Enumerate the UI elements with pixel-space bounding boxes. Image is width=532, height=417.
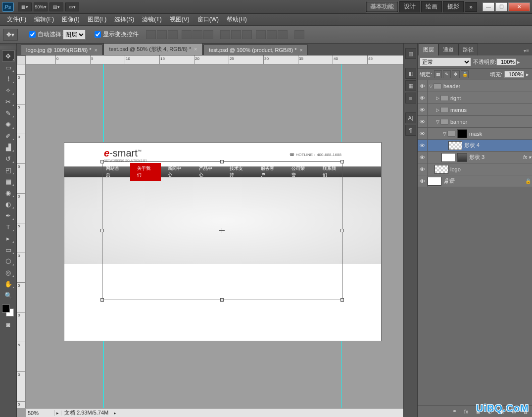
expand-arrow-icon[interactable]: ▷ — [435, 96, 440, 101]
window-minimize[interactable]: — — [483, 2, 494, 11]
visibility-icon[interactable]: 👁 — [418, 92, 428, 104]
transform-handle-tc[interactable] — [220, 160, 224, 163]
layer-name[interactable]: mask — [469, 131, 532, 137]
transform-handle-ml[interactable] — [100, 229, 104, 232]
ruler-origin[interactable] — [17, 55, 26, 64]
opacity-arrow-icon[interactable]: ▸ — [516, 59, 521, 65]
status-menu-icon[interactable]: ▸ — [111, 411, 118, 416]
dist-left-icon[interactable] — [256, 30, 266, 39]
canvas-area[interactable]: 051015202530354045 050505050505 e-smart™… — [17, 55, 403, 417]
dist-bottom-icon[interactable] — [242, 30, 252, 39]
tab-layers[interactable]: 图层 — [419, 44, 438, 55]
workspace-painting[interactable]: 绘画 — [421, 1, 442, 12]
crop-tool[interactable]: ✂ — [2, 96, 15, 107]
gradient-tool[interactable]: ▦ — [2, 176, 15, 187]
lock-position-icon[interactable]: ✥ — [452, 70, 460, 78]
transform-handle-tl[interactable] — [100, 160, 104, 163]
paragraph-panel-icon[interactable]: ¶ — [405, 125, 416, 136]
align-hcenter-icon[interactable] — [193, 30, 202, 39]
dist-vcenter-icon[interactable] — [231, 30, 241, 39]
workspace-design[interactable]: 设计 — [399, 1, 420, 12]
expand-arrow-icon[interactable]: ▽ — [428, 84, 434, 89]
menu-edit[interactable]: 编辑(E) — [30, 14, 58, 25]
menu-image[interactable]: 图像(I) — [58, 14, 83, 25]
layer-row[interactable]: 👁logo — [418, 163, 532, 175]
transform-handle-tr[interactable] — [340, 160, 344, 163]
layer-name[interactable]: banner — [450, 119, 532, 125]
fill-arrow-icon[interactable]: ▸ — [525, 71, 530, 78]
visibility-icon[interactable]: 👁 — [418, 116, 428, 127]
auto-select-dropdown[interactable]: 图层 — [63, 30, 86, 40]
layer-name[interactable]: right — [450, 95, 532, 101]
layer-row[interactable]: 👁形状 3fx ▾ — [418, 152, 532, 163]
layer-row[interactable]: 👁▽mask — [418, 128, 532, 140]
zoom-dropdown[interactable]: 50%▾ — [34, 2, 48, 11]
close-icon[interactable]: × — [300, 48, 303, 53]
layer-row[interactable]: 👁▽banner — [418, 116, 532, 128]
styles-panel-icon[interactable]: ≡ — [405, 93, 416, 104]
layer-row[interactable]: 👁形状 4 — [418, 140, 532, 152]
zoom-tool[interactable]: 🔍 — [2, 290, 15, 301]
auto-select-checkbox[interactable] — [29, 31, 36, 38]
fill-input[interactable] — [504, 71, 524, 78]
workspace-photography[interactable]: 摄影 — [443, 1, 464, 12]
visibility-icon[interactable]: 👁 — [418, 175, 428, 187]
auto-align-icon[interactable] — [294, 30, 304, 39]
character-panel-icon[interactable]: A| — [405, 112, 416, 123]
opacity-input[interactable] — [496, 58, 516, 65]
transform-handle-br[interactable] — [340, 298, 344, 302]
ruler-horizontal[interactable]: 051015202530354045 — [26, 55, 403, 64]
pen-tool[interactable]: ✒ — [2, 210, 15, 221]
status-zoom[interactable]: 50% — [26, 410, 54, 416]
transform-handle-bl[interactable] — [100, 298, 104, 302]
menu-view[interactable]: 视图(V) — [166, 14, 193, 25]
layer-name[interactable]: logo — [450, 166, 532, 172]
hand-tool[interactable]: ✋ — [2, 278, 15, 289]
quick-mask-icon[interactable]: ◙ — [2, 319, 15, 330]
fx-icon[interactable]: fx ▾ — [522, 155, 532, 160]
layer-row[interactable]: 👁▽header — [418, 80, 532, 92]
align-left-icon[interactable] — [182, 30, 192, 39]
align-vcenter-icon[interactable] — [157, 30, 167, 39]
visibility-icon[interactable]: 👁 — [418, 163, 428, 175]
layer-row[interactable]: 👁▷right — [418, 92, 532, 104]
visibility-icon[interactable]: 👁 — [418, 140, 428, 151]
window-maximize[interactable]: ☐ — [495, 2, 507, 11]
dodge-tool[interactable]: ◐ — [2, 199, 15, 209]
align-bottom-icon[interactable] — [168, 30, 178, 39]
link-layers-icon[interactable]: ⚭ — [450, 407, 459, 416]
layer-fx-icon[interactable]: fx — [462, 407, 471, 416]
layer-name[interactable]: 形状 4 — [464, 142, 532, 149]
swatches-panel-icon[interactable]: ▦ — [405, 80, 416, 91]
history-brush-tool[interactable]: ↺ — [2, 153, 15, 164]
clone-tool[interactable]: ▟ — [2, 142, 15, 153]
tab-logo-jpg[interactable]: logo.jpg @ 100%(RGB/8) *× — [21, 45, 102, 55]
blur-tool[interactable]: ◉ — [2, 187, 15, 198]
align-top-icon[interactable] — [146, 30, 156, 39]
layer-name[interactable]: header — [443, 83, 532, 89]
visibility-icon[interactable]: 👁 — [418, 152, 428, 163]
close-icon[interactable]: × — [194, 47, 197, 52]
lasso-tool[interactable]: ⌇ — [2, 73, 15, 84]
close-icon[interactable]: × — [95, 48, 97, 53]
visibility-icon[interactable]: 👁 — [418, 80, 428, 92]
workspace-more[interactable]: » — [465, 2, 477, 12]
layer-thumb[interactable] — [435, 165, 448, 174]
screen-mode-icon[interactable]: ▭▾ — [65, 2, 79, 11]
tab-test-psd-100[interactable]: test.psd @ 100% (product, RGB/8) *× — [203, 45, 308, 55]
visibility-icon[interactable]: 👁 — [418, 104, 428, 115]
lock-pixels-icon[interactable]: ✎ — [443, 70, 451, 78]
layer-thumb[interactable] — [428, 177, 441, 186]
menu-select[interactable]: 选择(S) — [110, 14, 138, 25]
ruler-vertical[interactable]: 050505050505 — [17, 64, 26, 408]
menu-help[interactable]: 帮助(H) — [223, 14, 251, 25]
visibility-icon[interactable]: 👁 — [418, 128, 428, 139]
align-right-icon[interactable] — [203, 30, 213, 39]
tab-test-psd-50[interactable]: test.psd @ 50% (形状 4, RGB/8) *× — [103, 43, 202, 55]
foreground-color[interactable] — [2, 305, 10, 313]
eyedropper-tool[interactable]: ✎ — [2, 107, 15, 118]
tab-channels[interactable]: 通道 — [438, 44, 458, 55]
menu-layer[interactable]: 图层(L) — [84, 14, 111, 25]
blend-mode-dropdown[interactable]: 正常 — [420, 57, 471, 66]
transform-handle-bc[interactable] — [220, 298, 224, 302]
